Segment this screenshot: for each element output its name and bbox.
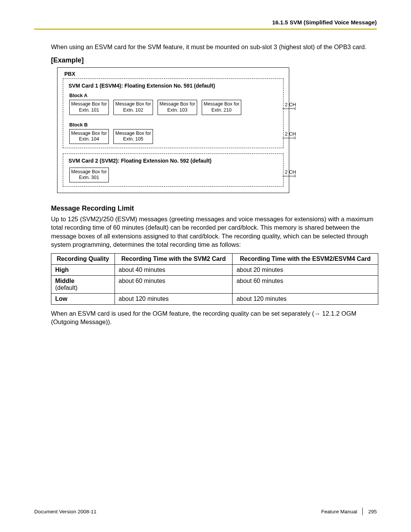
recording-table: Recording Quality Recording Time with th…	[51, 253, 378, 305]
header-rule	[34, 29, 377, 30]
svm-card-2-title: SVM Card 2 (SVM2): Floating Extension No…	[68, 158, 280, 164]
cell-esvm: about 120 minutes	[233, 294, 378, 305]
mbox-l2: Extn. 105	[114, 136, 153, 142]
example-heading: [Example]	[51, 56, 377, 64]
ch-text: 2 CH	[285, 131, 296, 137]
after-table-paragraph: When an ESVM card is used for the OGM fe…	[51, 309, 377, 326]
card2-channels: 2 CH	[285, 169, 296, 175]
th-svm2: Recording Time with the SVM2 Card	[115, 254, 233, 265]
message-box: Message Box for Extn. 104	[69, 129, 109, 144]
q-note: (default)	[55, 284, 78, 291]
th-quality: Recording Quality	[51, 254, 115, 265]
cell-quality: High	[51, 265, 115, 276]
mbox-l2: Extn. 103	[158, 107, 197, 113]
cell-esvm: about 20 minutes	[233, 265, 378, 276]
message-box: Message Box for Extn. 210	[202, 100, 241, 115]
ch-tick	[295, 107, 295, 110]
footer-doc-version: Document Version 2008-11	[34, 509, 97, 514]
message-box: Message Box for Extn. 103	[158, 100, 197, 115]
mrl-heading: Message Recording Limit	[51, 204, 377, 212]
card2-row: Message Box for Extn. 301	[66, 168, 280, 182]
mbox-l2: Extn. 210	[202, 107, 241, 113]
block-b-label: Block B	[69, 122, 280, 128]
footer-page-number: 295	[368, 509, 377, 514]
page-footer: Document Version 2008-11 Feature Manual …	[34, 508, 377, 515]
mbox-l1: Message Box for	[70, 169, 108, 175]
footer-manual-name: Feature Manual	[321, 509, 357, 514]
block-b-row: Message Box for Extn. 104 Message Box fo…	[66, 129, 280, 144]
q-bold: High	[55, 267, 69, 273]
q-bold: Low	[55, 296, 67, 302]
cell-quality: Middle(default)	[51, 276, 115, 294]
ch-tick	[295, 174, 295, 177]
th-esvm: Recording Time with the ESVM2/ESVM4 Card	[233, 254, 378, 265]
table-row: Low about 120 minutes about 120 minutes	[51, 294, 378, 305]
card2-block: Message Box for Extn. 301 2 CH	[66, 168, 280, 182]
svm-card-1: SVM Card 1 (ESVM4): Floating Extension N…	[63, 78, 284, 148]
pbx-diagram: PBX SVM Card 1 (ESVM4): Floating Extensi…	[57, 67, 289, 193]
table-row: Middle(default) about 60 minutes about 6…	[51, 276, 378, 294]
footer-divider	[362, 508, 363, 515]
mrl-paragraph: Up to 125 (SVM2)/250 (ESVM) messages (gr…	[51, 215, 377, 249]
ch-text: 2 CH	[285, 102, 296, 107]
intro-paragraph: When using an ESVM card for the SVM feat…	[51, 43, 377, 51]
cell-svm2: about 60 minutes	[115, 276, 233, 294]
mbox-l1: Message Box for	[114, 131, 153, 137]
pbx-label: PBX	[64, 71, 285, 77]
table-row: High about 40 minutes about 20 minutes	[51, 265, 378, 276]
mbox-l1: Message Box for	[202, 101, 241, 107]
block-a-label: Block A	[69, 93, 280, 98]
mbox-l2: Extn. 104	[70, 136, 108, 142]
q-bold: Middle	[55, 278, 75, 284]
ch-tick	[295, 136, 295, 139]
svm-card-2: SVM Card 2 (SVM2): Floating Extension No…	[63, 153, 284, 187]
block-a-channels: 2 CH	[285, 102, 296, 107]
mbox-l1: Message Box for	[158, 101, 197, 107]
message-box: Message Box for Extn. 101	[69, 100, 109, 115]
cell-quality: Low	[51, 294, 115, 305]
mbox-l2: Extn. 101	[70, 107, 108, 113]
cell-svm2: about 120 minutes	[115, 294, 233, 305]
message-box: Message Box for Extn. 102	[113, 100, 153, 115]
block-b-channels: 2 CH	[285, 131, 296, 137]
after-table-text: When an ESVM card is used for the OGM fe…	[51, 310, 314, 317]
svm-card-1-title: SVM Card 1 (ESVM4): Floating Extension N…	[68, 83, 280, 89]
cell-svm2: about 40 minutes	[115, 265, 233, 276]
mbox-l2: Extn. 301	[70, 175, 108, 181]
cell-esvm: about 60 minutes	[233, 276, 378, 294]
mbox-l1: Message Box for	[70, 101, 108, 107]
mbox-l2: Extn. 102	[114, 107, 153, 113]
message-box: Message Box for Extn. 301	[69, 168, 109, 182]
block-a-row: Message Box for Extn. 101 Message Box fo…	[66, 100, 280, 115]
ch-text: 2 CH	[285, 169, 296, 175]
header-section: 16.1.5 SVM (Simplified Voice Message)	[34, 19, 377, 29]
block-a: Block A Message Box for Extn. 101 Messag…	[66, 93, 280, 115]
mbox-l1: Message Box for	[114, 101, 153, 107]
mbox-l1: Message Box for	[70, 131, 108, 137]
message-box: Message Box for Extn. 105	[113, 129, 153, 144]
block-b: Block B Message Box for Extn. 104 Messag…	[66, 122, 280, 144]
